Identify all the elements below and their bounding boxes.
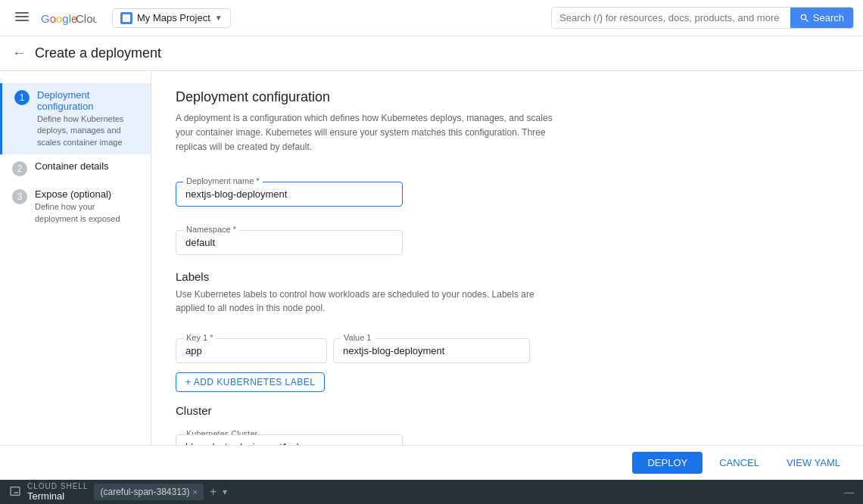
cloud-shell-label: CLOUD SHELL — [27, 483, 88, 490]
step-1-desc: Define how Kubernetes deploys, manages a… — [37, 114, 139, 148]
deploy-button[interactable]: DEPLOY — [632, 452, 703, 474]
search-button-label: Search — [813, 12, 844, 23]
main-layout: 1 Deployment configuration Define how Ku… — [0, 71, 863, 445]
terminal-tab[interactable]: (careful-span-384313) × — [94, 484, 204, 500]
step-3-name: Expose (optional) — [35, 188, 139, 200]
step-1-info: Deployment configuration Define how Kube… — [37, 89, 139, 148]
tab-close-icon[interactable]: × — [193, 487, 198, 496]
step-1-number: 1 — [14, 90, 30, 105]
svg-text:Google: Google — [41, 12, 77, 25]
step-3-header: 3 Expose (optional) Define how your depl… — [12, 188, 139, 225]
step-2-number: 2 — [12, 161, 27, 176]
step-3-number: 3 — [12, 189, 27, 204]
page-title: Create a deployment — [35, 45, 161, 61]
deploy-btn-label: DEPLOY — [647, 457, 687, 468]
labels-section-desc: Use Kubernetes labels to control how wor… — [176, 288, 554, 315]
svg-rect-5 — [123, 14, 130, 22]
project-selector[interactable]: My Maps Project ▼ — [112, 8, 231, 28]
cancel-button[interactable]: CANCEL — [709, 452, 770, 474]
hamburger-menu-icon[interactable] — [9, 4, 35, 32]
labels-section-title: Labels — [176, 270, 839, 283]
form-section-title: Deployment configuration — [176, 89, 839, 105]
deployment-name-field-group: Deployment name * — [176, 170, 839, 207]
view-yaml-btn-label: VIEW YAML — [787, 457, 840, 468]
svg-rect-2 — [15, 20, 29, 21]
namespace-label: Namespace * — [183, 225, 239, 234]
cancel-btn-label: CANCEL — [719, 457, 759, 468]
search-icon — [799, 13, 810, 23]
topbar-left: Google Cloud My Maps Project ▼ — [9, 4, 231, 32]
cluster-select-wrapper: blog-cluster (asia-east1-a) ▾ — [176, 434, 403, 445]
deployment-name-label: Deployment name * — [183, 176, 263, 185]
terminal-icon — [9, 485, 21, 499]
key-field: Key 1 * — [176, 327, 327, 363]
step-2-info: Container details — [35, 160, 139, 172]
svg-text:Cloud: Cloud — [76, 12, 97, 25]
cluster-section-title: Cluster — [176, 404, 839, 417]
cloud-shell-bar: CLOUD SHELL Terminal (careful-span-38431… — [0, 480, 863, 504]
form-description: A deployment is a configuration which de… — [176, 111, 554, 155]
tab-chevron-icon[interactable]: ▾ — [223, 487, 227, 497]
tab-add-icon[interactable]: + — [210, 485, 217, 499]
shell-minimize-icon[interactable]: — — [844, 487, 854, 498]
cloud-shell-name: Terminal — [27, 490, 88, 502]
add-label-btn-label: + ADD KUBERNETES LABEL — [185, 377, 315, 387]
view-yaml-button[interactable]: VIEW YAML — [776, 452, 851, 474]
svg-rect-1 — [15, 16, 29, 17]
step-1-deployment-configuration[interactable]: 1 Deployment configuration Define how Ku… — [0, 83, 151, 154]
google-cloud-logo: Google Cloud — [41, 9, 97, 27]
value-label: Value 1 — [341, 333, 375, 342]
step-1-header: 1 Deployment configuration Define how Ku… — [14, 89, 139, 148]
step-2-name: Container details — [35, 160, 139, 172]
value-field: Value 1 — [333, 327, 530, 363]
cluster-select-group: Kubernetes Cluster blog-cluster (asia-ea… — [176, 423, 839, 445]
step-3-info: Expose (optional) Define how your deploy… — [35, 188, 139, 225]
labels-section: Labels Use Kubernetes labels to control … — [176, 270, 839, 392]
svg-rect-0 — [15, 12, 29, 14]
search-input[interactable] — [552, 8, 790, 28]
topbar-right: Search — [551, 7, 854, 29]
project-chevron-icon: ▼ — [215, 14, 223, 22]
project-icon — [120, 12, 132, 24]
namespace-field-group: Namespace * — [176, 219, 839, 255]
search-bar: Search — [551, 7, 854, 29]
tab-name: (careful-span-384313) — [100, 487, 189, 497]
labels-row: Key 1 * Value 1 — [176, 327, 839, 363]
form-area: Deployment configuration A deployment is… — [151, 71, 863, 445]
key-label: Key 1 * — [183, 333, 216, 342]
step-1-name: Deployment configuration — [37, 89, 139, 112]
cluster-section: Cluster Kubernetes Cluster blog-cluster … — [176, 404, 839, 445]
step-3-desc: Define how your deployment is exposed — [35, 201, 139, 225]
bottom-bar: DEPLOY CANCEL VIEW YAML — [0, 445, 863, 480]
cluster-select[interactable]: blog-cluster (asia-east1-a) — [176, 434, 403, 445]
step-3-expose[interactable]: 3 Expose (optional) Define how your depl… — [0, 182, 151, 231]
step-2-container-details[interactable]: 2 Container details — [0, 154, 151, 182]
page-header: ← Create a deployment — [0, 36, 863, 71]
topbar: Google Cloud My Maps Project ▼ Search — [0, 0, 863, 36]
project-name: My Maps Project — [137, 12, 210, 23]
step-2-header: 2 Container details — [12, 160, 139, 176]
search-button[interactable]: Search — [790, 8, 853, 28]
add-kubernetes-label-button[interactable]: + ADD KUBERNETES LABEL — [176, 372, 325, 392]
cloud-shell-label-group: CLOUD SHELL Terminal — [27, 483, 88, 502]
steps-sidebar: 1 Deployment configuration Define how Ku… — [0, 71, 151, 445]
back-arrow-icon[interactable]: ← — [12, 45, 26, 61]
